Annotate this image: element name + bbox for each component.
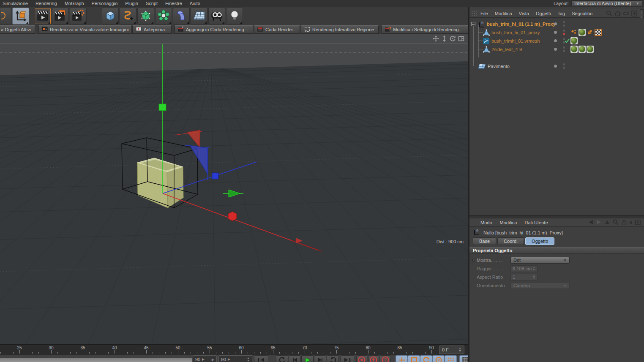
- history-back-icon[interactable]: [588, 220, 593, 226]
- editor-visibility-dot[interactable]: [563, 46, 565, 49]
- goto-start-button[interactable]: [254, 355, 268, 362]
- render-visibility-dot[interactable]: [563, 67, 565, 69]
- menu-simulazione[interactable]: Simulazione: [3, 1, 28, 6]
- render-picture-viewer-tab[interactable]: Renderizza in Visualizzatore Immagini: [38, 25, 131, 34]
- add-array-button[interactable]: [155, 8, 172, 24]
- spinner-arrows-icon[interactable]: ▲▼: [458, 347, 461, 352]
- editor-visibility-dot[interactable]: [563, 63, 565, 65]
- object-label[interactable]: bush_trimhi_01.vrmesh: [491, 38, 540, 44]
- tree-row-leaf[interactable]: 2side_leaf_4-9: [469, 45, 644, 54]
- eye-icon[interactable]: [623, 11, 629, 16]
- layout-dropdown[interactable]: Interfaccia di Avvio (Utente) ▼: [571, 0, 642, 6]
- render-visibility-dot[interactable]: [563, 50, 565, 52]
- record-keyframe-button[interactable]: [356, 355, 367, 362]
- section-proprieta-oggetto[interactable]: Proprietà Oggetto: [469, 247, 644, 254]
- search-icon[interactable]: [613, 219, 619, 226]
- texture-tag[interactable]: [570, 37, 578, 44]
- om-menu-modifica[interactable]: Modifica: [495, 11, 512, 16]
- interactive-render-region-tab[interactable]: Rendering Interattivo Regione: [301, 25, 379, 34]
- menu-mograph[interactable]: MoGraph: [65, 1, 84, 6]
- keying-pla-button[interactable]: [445, 355, 457, 362]
- keying-rotation-button[interactable]: [420, 355, 432, 362]
- menu-rendering[interactable]: Rendering: [35, 1, 57, 6]
- om-menu-vista[interactable]: Vista: [519, 11, 529, 16]
- spinner-arrows-icon[interactable]: ▲▼: [532, 275, 535, 280]
- menu-aiuto[interactable]: Aiuto: [190, 1, 200, 6]
- keying-position-button[interactable]: [396, 355, 408, 362]
- move-tool-button[interactable]: [12, 8, 29, 24]
- next-frame-button[interactable]: [314, 355, 326, 362]
- render-settings-button[interactable]: [70, 8, 87, 24]
- timeline-ruler[interactable]: 0 F ▲▼ 2530354045505560657075808590: [0, 344, 468, 355]
- keying-parameter-button[interactable]: P: [432, 355, 445, 362]
- aspect-ratio-spinner[interactable]: 1 ▲▼: [510, 274, 538, 280]
- x-axis-handle[interactable]: [228, 212, 237, 221]
- tree-row-pavimento[interactable]: Pavimento: [469, 62, 644, 71]
- current-frame-field[interactable]: 0 F ▲▼: [439, 346, 464, 354]
- menu-personaggio[interactable]: Personaggio: [92, 1, 118, 6]
- zoom-view-icon[interactable]: [441, 35, 448, 42]
- menu-script[interactable]: Script: [146, 1, 158, 6]
- render-active-objects-tab[interactable]: a Oggetti Attivi: [0, 25, 35, 34]
- panel-grip-icon[interactable]: [472, 11, 477, 16]
- render-visibility-dot[interactable]: [563, 33, 565, 35]
- object-label[interactable]: bush_trim_hi_01 (1.1 m)_Proxy: [487, 22, 556, 27]
- am-menu-modo[interactable]: Modo: [480, 220, 492, 225]
- collapse-expander[interactable]: [471, 22, 475, 26]
- preview-tab[interactable]: Anteprima...: [132, 25, 172, 34]
- play-button[interactable]: [301, 355, 314, 362]
- y-axis-handle[interactable]: [159, 104, 166, 111]
- display-tag[interactable]: [570, 29, 578, 36]
- track-icon[interactable]: 8: [630, 220, 632, 225]
- om-menu-oggetti[interactable]: Oggetti: [536, 11, 551, 16]
- texture-tag[interactable]: [579, 46, 586, 53]
- tree-row-proxy-cone[interactable]: bush_trim_hi_01_proxy: [469, 28, 644, 37]
- tree-row-proxy-null[interactable]: 0 bush_trim_hi_01 (1.1 m)_Proxy: [469, 20, 644, 28]
- raggio-spinner[interactable]: 6.108 cm ▲▼: [510, 265, 538, 272]
- tab-base[interactable]: Base: [473, 237, 496, 245]
- range-start-field[interactable]: 90 F ▶: [193, 355, 217, 362]
- add-floor-button[interactable]: [191, 8, 207, 24]
- om-menu-file[interactable]: File: [480, 11, 488, 16]
- render-queue-tab[interactable]: Coda Render...: [254, 25, 300, 34]
- object-label[interactable]: bush_trim_hi_01_proxy: [491, 30, 540, 35]
- texture-tag[interactable]: [570, 46, 578, 53]
- timeline-scrubber[interactable]: [0, 358, 192, 362]
- layer-dot[interactable]: [554, 65, 557, 68]
- mostra-dropdown[interactable]: Dot ▼: [510, 257, 570, 264]
- next-key-button[interactable]: [327, 355, 339, 362]
- tree-row-vrmesh[interactable]: bush_trimhi_01.vrmesh: [469, 37, 644, 45]
- viewport-canvas[interactable]: [0, 34, 468, 344]
- prev-frame-button[interactable]: [289, 355, 301, 362]
- keying-scale-button[interactable]: [408, 355, 420, 362]
- tab-oggetto[interactable]: Oggetto: [525, 237, 554, 245]
- pan-view-icon[interactable]: [432, 35, 439, 42]
- am-menu-dati-utente[interactable]: Dati Utente: [525, 220, 548, 225]
- add-deformer-button[interactable]: [173, 8, 190, 24]
- layer-dot[interactable]: [554, 22, 557, 25]
- om-menu-segnalibri[interactable]: Segnalibri: [572, 11, 592, 16]
- vray-leaf-tag[interactable]: [587, 29, 594, 36]
- toggle-view-icon[interactable]: [458, 35, 464, 42]
- render-view-button[interactable]: [34, 8, 51, 24]
- object-label[interactable]: 2side_leaf_4-9: [491, 47, 522, 52]
- perspective-viewport[interactable]: Dist : 900 cm: [0, 34, 468, 344]
- add-spline-button[interactable]: [120, 8, 136, 24]
- menu-plugin[interactable]: Plugin: [125, 1, 138, 6]
- compositing-tag[interactable]: [595, 29, 602, 36]
- live-selection-button[interactable]: [0, 8, 11, 24]
- add-light-button[interactable]: [226, 8, 243, 24]
- range-end-field[interactable]: 90 F ▲▼: [218, 355, 252, 362]
- editor-visibility-dot[interactable]: [563, 21, 565, 23]
- add-panel-icon[interactable]: [635, 220, 641, 226]
- object-label[interactable]: Pavimento: [488, 64, 510, 69]
- add-subdivision-button[interactable]: [137, 8, 154, 24]
- panel-splitter[interactable]: [469, 215, 644, 218]
- prev-key-button[interactable]: [276, 355, 288, 362]
- add-render-queue-tab[interactable]: Aggiungi in Coda Rendering...: [175, 25, 253, 34]
- om-menu-tag[interactable]: Tag: [557, 11, 565, 16]
- add-cube-button[interactable]: [102, 8, 119, 24]
- texture-tag[interactable]: [579, 29, 586, 36]
- add-camera-button[interactable]: [208, 8, 225, 24]
- menu-finestre[interactable]: Finestre: [165, 1, 182, 6]
